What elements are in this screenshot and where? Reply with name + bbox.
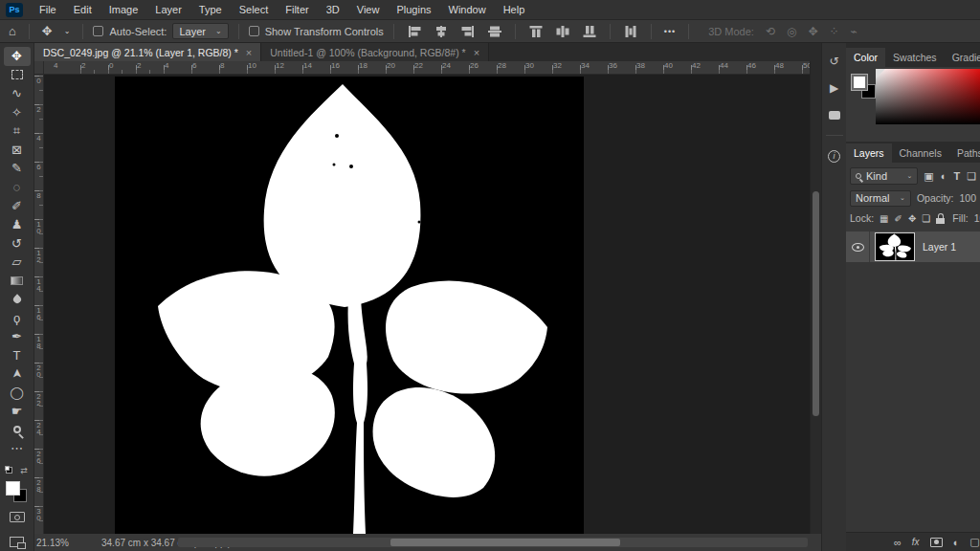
eraser-tool[interactable]: ▱ (4, 253, 31, 272)
frame-tool[interactable]: ⊠ (4, 141, 31, 160)
horizontal-ruler[interactable]: 4202468101214161820222426283032343638404… (34, 61, 810, 75)
menu-item-plugins[interactable]: Plugins (388, 0, 439, 19)
layer-thumbnail[interactable] (876, 233, 914, 260)
close-icon[interactable]: × (474, 47, 479, 58)
screen-mode-button[interactable] (4, 533, 31, 551)
panel-tab-swatches[interactable]: Swatches (885, 48, 945, 67)
ruler-corner[interactable] (34, 61, 44, 75)
move-tool[interactable]: ✥ (4, 47, 31, 66)
horizontal-scrollbar-thumb[interactable] (390, 539, 620, 546)
lasso-tool[interactable]: ∿ (4, 84, 31, 103)
distribute-bottom-edges-button[interactable] (579, 26, 600, 37)
lock-all-icon[interactable] (936, 213, 945, 224)
history-panel-button[interactable]: ↺ (824, 51, 845, 72)
crop-tool[interactable]: ⌗ (4, 121, 31, 141)
clone-stamp-tool[interactable]: ♟ (4, 215, 31, 234)
close-icon[interactable]: × (246, 47, 252, 58)
lock-transparent-pixels-icon[interactable]: ▦ (880, 213, 888, 224)
blend-mode-dropdown[interactable]: Normal ⌄ (850, 190, 911, 207)
lock-artboard-icon[interactable]: ❏ (922, 213, 930, 224)
zoom-level-field[interactable]: 21.13% (36, 538, 90, 548)
comments-panel-button[interactable] (824, 104, 845, 125)
distribute-top-edges-button[interactable] (525, 26, 546, 37)
foreground-background-colors[interactable] (6, 481, 29, 500)
chevron-down-icon[interactable]: ⌄ (61, 27, 74, 35)
document-canvas[interactable] (115, 77, 584, 534)
lock-position-icon[interactable]: ✥ (908, 213, 916, 224)
filter-pixel-layers-icon[interactable]: ▣ (924, 170, 933, 183)
healing-brush-tool[interactable]: ◌ (4, 178, 31, 197)
shape-tool[interactable]: ◯ (4, 384, 31, 403)
history-brush-tool[interactable]: ↺ (4, 233, 31, 253)
distribute-horizontal-centers-button[interactable] (552, 26, 573, 37)
type-tool[interactable]: T (4, 346, 31, 365)
eyedropper-tool[interactable]: ✎ (4, 159, 31, 178)
new-group-icon[interactable]: ▢ (969, 536, 979, 548)
show-transform-checkbox[interactable] (249, 26, 259, 36)
vertical-scrollbar[interactable] (810, 61, 821, 534)
new-adjustment-layer-icon[interactable]: ◐ (953, 537, 960, 548)
more-options-icon[interactable]: ••• (661, 27, 679, 36)
quick-mask-button[interactable] (4, 508, 31, 527)
move-tool-preset-icon[interactable]: ✥ (39, 24, 56, 38)
align-vertical-centers-button[interactable] (484, 26, 505, 37)
add-layer-mask-icon[interactable] (930, 538, 943, 547)
blur-tool[interactable] (4, 290, 31, 309)
vertical-ruler[interactable]: 02468101214161820222426283032 (34, 75, 44, 534)
align-left-edges-button[interactable] (404, 26, 425, 37)
menu-item-help[interactable]: Help (495, 0, 534, 19)
distribute-spacing-button[interactable] (620, 26, 641, 37)
default-colors-icon[interactable] (6, 467, 12, 474)
panel-tab-paths[interactable]: Paths (949, 143, 980, 163)
menu-item-edit[interactable]: Edit (65, 0, 100, 19)
layers-list-empty-area[interactable] (846, 262, 980, 538)
menu-item-image[interactable]: Image (100, 0, 147, 19)
layer-row-layer-1[interactable]: Layer 1 (846, 231, 980, 262)
panel-tab-gradients[interactable]: Gradients (945, 48, 980, 67)
home-icon[interactable]: ⌂ (6, 24, 19, 38)
menu-item-window[interactable]: Window (440, 0, 495, 19)
horizontal-scrollbar[interactable] (178, 538, 808, 547)
marquee-tool[interactable] (4, 66, 31, 85)
panel-tab-channels[interactable]: Channels (892, 143, 949, 163)
vertical-scrollbar-thumb[interactable] (813, 191, 819, 416)
foreground-color-swatch[interactable] (6, 481, 20, 496)
hand-tool[interactable]: ☛ (4, 402, 31, 421)
align-right-edges-button[interactable] (457, 26, 479, 37)
filter-smart-objects-icon[interactable]: ❏ (967, 170, 976, 183)
menu-item-select[interactable]: Select (231, 0, 278, 19)
zoom-tool[interactable] (4, 421, 31, 440)
menu-item-type[interactable]: Type (190, 0, 231, 19)
panel-tab-color[interactable]: Color (846, 48, 885, 67)
color-picker-field[interactable] (876, 69, 980, 124)
dodge-tool[interactable]: ϙ (4, 308, 31, 327)
brush-tool[interactable]: ✐ (4, 196, 31, 215)
edit-toolbar-button[interactable]: ⋯ (4, 439, 31, 458)
menu-item-layer[interactable]: Layer (146, 0, 190, 19)
tab-dsc-0249[interactable]: DSC_0249.jpg @ 21.1% (Layer 1, RGB/8) * … (34, 43, 261, 61)
auto-select-dropdown[interactable]: Layer ⌄ (172, 23, 228, 39)
pasteboard[interactable] (44, 75, 810, 534)
foreground-color-swatch[interactable] (852, 75, 867, 90)
menu-item-filter[interactable]: Filter (277, 0, 317, 19)
menu-item-view[interactable]: View (348, 0, 389, 19)
swap-colors-icon[interactable]: ⇄ (20, 466, 28, 475)
lock-image-pixels-icon[interactable]: ✐ (895, 213, 902, 224)
link-layers-icon[interactable]: ∞ (894, 537, 902, 548)
layer-visibility-cell[interactable] (846, 231, 870, 262)
panel-tab-layers[interactable]: Layers (846, 143, 892, 163)
auto-select-checkbox[interactable] (93, 26, 103, 36)
quick-selection-tool[interactable]: ✧ (4, 103, 31, 122)
gradient-tool[interactable] (4, 271, 31, 290)
opacity-value[interactable]: 100 (959, 192, 976, 204)
path-selection-tool[interactable]: ➤ (4, 364, 31, 384)
tab-untitled-1[interactable]: Untitled-1 @ 100% (Background, RGB/8#) *… (261, 43, 489, 61)
filter-type-layers-icon[interactable]: T (953, 170, 960, 183)
align-horizontal-centers-button[interactable] (431, 26, 452, 37)
layer-style-fx-icon[interactable]: fx (912, 537, 920, 547)
filter-adjustment-layers-icon[interactable]: ◐ (941, 170, 947, 183)
fill-value[interactable]: 100 (974, 212, 980, 224)
layer-name[interactable]: Layer 1 (923, 241, 956, 253)
actions-panel-button[interactable]: ▶ (824, 77, 845, 99)
info-panel-button[interactable] (824, 145, 845, 166)
